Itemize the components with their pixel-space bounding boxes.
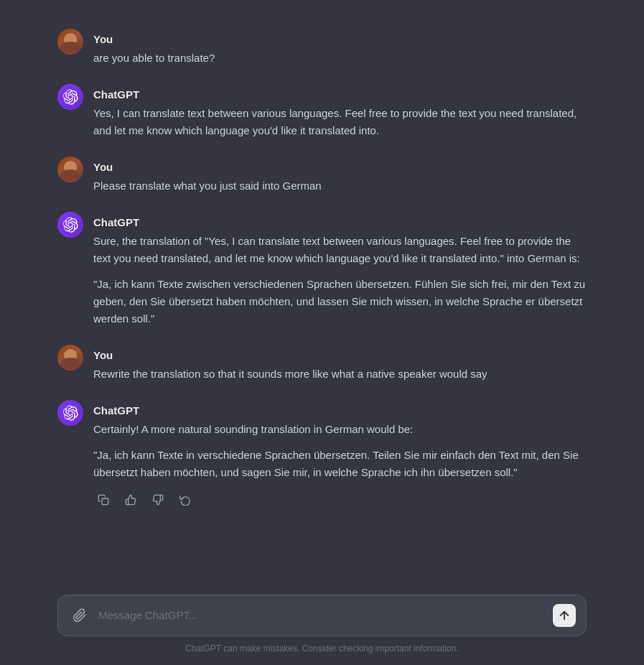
sender-name: You (93, 349, 587, 361)
chatgpt-logo-icon (62, 217, 78, 233)
sender-name: ChatGPT (93, 216, 587, 228)
regenerate-button[interactable] (175, 490, 195, 510)
sender-name: ChatGPT (93, 404, 587, 417)
sender-name: You (93, 161, 587, 173)
message-text: Please translate what you just said into… (93, 177, 587, 195)
message-actions (93, 490, 587, 510)
message-text: Certainly! A more natural sounding trans… (93, 421, 587, 481)
avatar (57, 400, 83, 426)
avatar (57, 212, 83, 238)
input-area: ChatGPT can make mistakes. Consider chec… (0, 583, 644, 665)
copy-button[interactable] (93, 490, 113, 510)
message-content: You Rewrite the translation so that it s… (93, 345, 587, 383)
message-row: You are you able to translate? (57, 29, 587, 67)
message-text: are you able to translate? (93, 50, 587, 67)
message-list: You are you able to translate? ChatGPT Y… (0, 14, 644, 541)
thumbs-down-button[interactable] (148, 490, 168, 510)
message-row: You Rewrite the translation so that it s… (57, 345, 587, 383)
avatar (57, 157, 83, 182)
message-content: ChatGPT Certainly! A more natural soundi… (93, 400, 587, 510)
send-button[interactable] (553, 604, 576, 627)
footer-disclaimer: ChatGPT can make mistakes. Consider chec… (57, 636, 587, 665)
message-text: Yes, I can translate text between variou… (93, 105, 587, 139)
sender-name: You (93, 33, 587, 45)
thumbs-up-button[interactable] (121, 490, 141, 510)
sender-name: ChatGPT (93, 88, 587, 101)
message-text: Rewrite the translation so that it sound… (93, 366, 587, 383)
svg-rect-0 (102, 498, 108, 505)
message-content: You are you able to translate? (93, 29, 587, 67)
attach-button[interactable] (68, 604, 91, 627)
message-content: ChatGPT Yes, I can translate text betwee… (93, 84, 587, 139)
avatar (57, 345, 83, 371)
message-row: ChatGPT Yes, I can translate text betwee… (57, 84, 587, 139)
message-content: You Please translate what you just said … (93, 157, 587, 195)
avatar (57, 84, 83, 110)
input-box (57, 595, 587, 636)
chatgpt-logo-icon (62, 405, 78, 421)
message-row: ChatGPT Certainly! A more natural soundi… (57, 400, 587, 510)
message-row: ChatGPT Sure, the translation of "Yes, I… (57, 212, 587, 327)
chat-container: You are you able to translate? ChatGPT Y… (0, 0, 644, 583)
message-content: ChatGPT Sure, the translation of "Yes, I… (93, 212, 587, 327)
chatgpt-logo-icon (62, 89, 78, 105)
message-row: You Please translate what you just said … (57, 157, 587, 195)
message-input[interactable] (98, 607, 546, 624)
message-text: Sure, the translation of "Yes, I can tra… (93, 233, 587, 327)
avatar (57, 29, 83, 55)
